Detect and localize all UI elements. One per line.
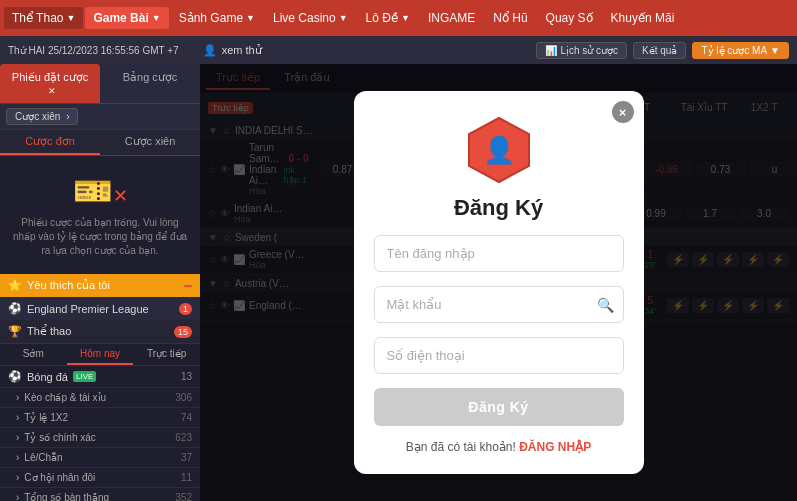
trophy-icon: 🏆 — [8, 325, 22, 338]
chevron-down-icon: ▼ — [770, 45, 780, 56]
nav-label-quay-so: Quay Số — [546, 11, 593, 25]
status-bar-left: Thứ HAI 25/12/2023 16:55:56 GMT +7 — [8, 45, 179, 56]
sport-sub-count: 11 — [181, 472, 192, 483]
history-button[interactable]: 📊 Lịch sử cược — [536, 42, 627, 59]
tab-hom-nay[interactable]: Hôm nay — [67, 344, 134, 365]
sport-sub-label: Tỷ số chính xác — [24, 432, 95, 443]
soccer-ball-icon: ⚽ — [8, 370, 22, 383]
password-input-wrapper: 🔍 — [374, 286, 624, 323]
status-bar: Thứ HAI 25/12/2023 16:55:56 GMT +7 👤 xem… — [0, 36, 797, 64]
sport-sub-label: Lê/Chẵn — [24, 452, 62, 463]
sport-sub-label: Kèo chấp & tài xỉu — [24, 392, 106, 403]
sport-sub-count: 306 — [175, 392, 192, 403]
arrow-right-icon: › — [16, 492, 19, 501]
tab-som[interactable]: Sớm — [0, 344, 67, 365]
chevron-down-icon: ▼ — [66, 13, 75, 23]
nav-item-quay-so[interactable]: Quay Số — [538, 7, 601, 29]
modal-close-button[interactable]: × — [612, 101, 634, 123]
modal-avatar-container: 👤 — [464, 115, 534, 185]
nav-label-sanh-game: Sảnh Game — [179, 11, 243, 25]
modal-title: Đăng Ký — [454, 195, 543, 221]
username-input[interactable] — [374, 235, 624, 272]
bet-tab-bang[interactable]: Bảng cược — [100, 64, 200, 103]
sport-subitem-co-hoi[interactable]: › Cơ hội nhân đôi 11 — [0, 468, 200, 488]
league-badge: 1 — [179, 303, 192, 315]
left-sidebar: Phiếu đặt cược ✕ Bảng cược Cược xiên › C… — [0, 64, 200, 501]
arrow-right-icon: › — [16, 472, 19, 483]
username-text: xem thử — [222, 44, 262, 57]
status-bar-right: 📊 Lịch sử cược Kết quả Tỷ lệ cược MA ▼ — [536, 42, 789, 59]
phone-input-wrapper — [374, 337, 624, 374]
bet-type-tabs: Cược đơn Cược xiên — [0, 130, 200, 156]
nav-item-khuyen-mai[interactable]: Khuyến Mãi — [603, 7, 683, 29]
nav-label-no-hu: Nổ Hũ — [493, 11, 527, 25]
close-icon: ✕ — [48, 86, 56, 96]
league-label: England Premier League — [27, 303, 149, 315]
tab-truc-tiep[interactable]: Trực tiếp — [133, 344, 200, 365]
star-icon: ⭐ — [8, 279, 22, 292]
sport-subitem-keo-chap[interactable]: › Kèo chấp & tài xỉu 306 — [0, 388, 200, 408]
sports-section: 🏆 Thể thao 15 — [0, 320, 200, 344]
cuoc-xien-button[interactable]: Cược xiên › — [6, 108, 78, 125]
bet-tab-phieu[interactable]: Phiếu đặt cược ✕ — [0, 64, 100, 103]
nav-label-khuyen-mai: Khuyến Mãi — [611, 11, 675, 25]
chevron-down-icon: ▼ — [401, 13, 410, 23]
empty-bet-area: 🎫✕ Phiếu cược của bạn trống. Vui lòng nh… — [0, 156, 200, 274]
chevron-down-icon: ▼ — [339, 13, 348, 23]
sports-badge: 15 — [174, 326, 192, 338]
arrow-right-icon: › — [16, 392, 19, 403]
register-modal: × 👤 Đăng Ký 🔍 — [354, 91, 644, 474]
empty-bet-icon: 🎫✕ — [73, 172, 128, 210]
nav-item-game-bai[interactable]: Game Bài ▼ — [85, 7, 168, 29]
nav-label-ingame: INGAME — [428, 11, 475, 25]
arrow-right-icon: › — [16, 452, 19, 463]
sport-subitem-ty-so[interactable]: › Tỷ số chính xác 623 — [0, 428, 200, 448]
top-navigation: Thể Thao ▼ Game Bài ▼ Sảnh Game ▼ Live C… — [0, 0, 797, 36]
sport-sub-label: Tỷ lệ 1X2 — [24, 412, 68, 423]
england-premier-league-section[interactable]: ⚽ England Premier League 1 — [0, 297, 200, 320]
modal-overlay[interactable]: × 👤 Đăng Ký 🔍 — [200, 64, 797, 501]
sport-sub-count: 623 — [175, 432, 192, 443]
login-prompt: Bạn đã có tài khoản! ĐĂNG NHẬP — [406, 440, 591, 454]
favorites-label: Yêu thích của tôi — [27, 279, 110, 292]
live-badge: LIVE — [73, 371, 96, 382]
sport-label: Bóng đá — [27, 371, 68, 383]
nav-item-ingame[interactable]: INGAME — [420, 7, 483, 29]
favorites-section[interactable]: ⭐ Yêu thích của tôi — [0, 274, 200, 297]
nav-item-sports[interactable]: Thể Thao ▼ — [4, 7, 83, 29]
odds-button[interactable]: Tỷ lệ cược MA ▼ — [692, 42, 789, 59]
nav-item-sanh-game[interactable]: Sảnh Game ▼ — [171, 7, 263, 29]
nav-label-lo-de: Lô Đề — [366, 11, 398, 25]
sport-sub-label: Cơ hội nhân đôi — [24, 472, 95, 483]
bet-type-don[interactable]: Cược đơn — [0, 130, 100, 155]
bet-tabs: Phiếu đặt cược ✕ Bảng cược — [0, 64, 200, 104]
phone-input[interactable] — [374, 337, 624, 374]
nav-item-no-hu[interactable]: Nổ Hũ — [485, 7, 535, 29]
nav-item-lo-de[interactable]: Lô Đề ▼ — [358, 7, 418, 29]
arrow-right-icon: › — [16, 432, 19, 443]
datetime-text: Thứ HAI 25/12/2023 16:55:56 GMT +7 — [8, 45, 179, 56]
sports-label: Thể thao — [27, 325, 71, 338]
favorites-badge — [184, 285, 192, 287]
password-input[interactable] — [374, 286, 624, 323]
bet-type-xien[interactable]: Cược xiên — [100, 130, 200, 155]
user-avatar-icon: 👤 — [483, 135, 515, 166]
username-input-wrapper — [374, 235, 624, 272]
login-link[interactable]: ĐĂNG NHẬP — [519, 440, 591, 454]
soccer-icon: ⚽ — [8, 302, 22, 315]
sport-sub-count: 37 — [181, 452, 192, 463]
nav-item-live-casino[interactable]: Live Casino ▼ — [265, 7, 356, 29]
sport-item-bong-da[interactable]: ⚽ Bóng đá LIVE 13 — [0, 366, 200, 388]
main-layout: Phiếu đặt cược ✕ Bảng cược Cược xiên › C… — [0, 64, 797, 501]
chevron-right-icon: › — [66, 111, 69, 122]
eye-icon[interactable]: 🔍 — [597, 297, 614, 313]
sport-subitem-ty-le-1x2[interactable]: › Tỷ lệ 1X2 74 — [0, 408, 200, 428]
sports-day-tabs: Sớm Hôm nay Trực tiếp — [0, 344, 200, 366]
register-button[interactable]: Đăng Ký — [374, 388, 624, 426]
nav-label-sports: Thể Thao — [12, 11, 63, 25]
sport-subitem-le-chan[interactable]: › Lê/Chẵn 37 — [0, 448, 200, 468]
main-content: Trực tiếp Trận đấu Trực tiếp Toàn trận T… — [200, 64, 797, 501]
result-button[interactable]: Kết quả — [633, 42, 686, 59]
sport-sub-label: Tổng số bàn thắng — [24, 492, 109, 501]
sport-subitem-tong-ban[interactable]: › Tổng số bàn thắng 352 — [0, 488, 200, 501]
